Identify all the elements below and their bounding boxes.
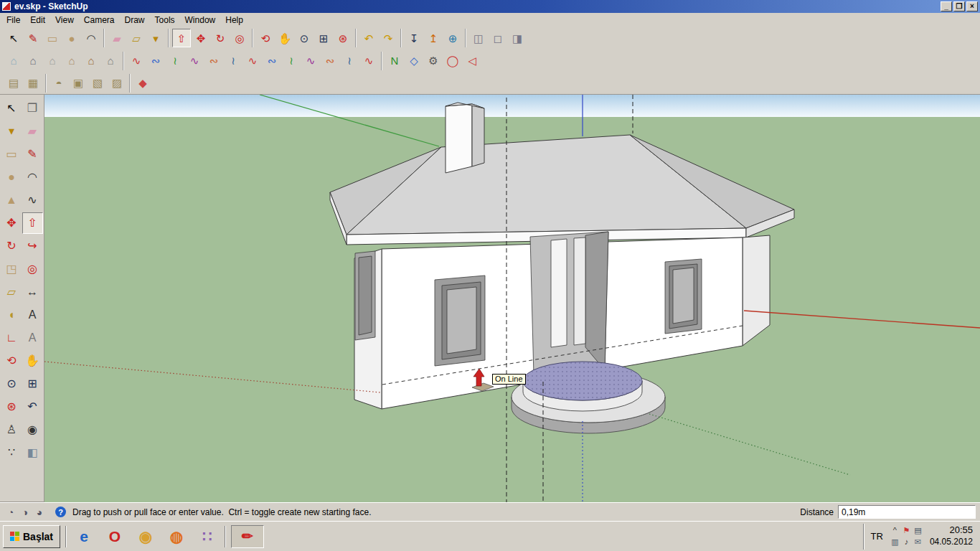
tray-clipboard-button[interactable]: ▤ (913, 525, 923, 536)
uniform-b-spline-button[interactable]: ∿ (243, 52, 262, 70)
offset-button[interactable]: ◎ (230, 29, 249, 47)
plugin-wrench-button[interactable]: ⚙ (424, 52, 443, 70)
palette-paint-bucket-button[interactable]: ▾ (1, 121, 22, 142)
smoove-button[interactable]: ◓ (50, 74, 68, 93)
palette-push-pull-button[interactable]: ⇧ (22, 212, 43, 234)
move-button[interactable]: ✥ (192, 29, 210, 47)
palette-scale-button[interactable]: ◳ (1, 258, 22, 280)
get-models-button[interactable]: ↧ (405, 29, 423, 47)
palette-pan-button[interactable]: ✋ (22, 350, 43, 372)
palette-zoom-extents-button[interactable]: ⊛ (1, 396, 22, 418)
ql-opera-button[interactable]: O (103, 524, 127, 549)
b-spline-button[interactable]: ∿ (185, 52, 204, 70)
previous-view-button[interactable]: ↶ (359, 29, 378, 47)
next-view-button[interactable]: ↷ (379, 29, 397, 47)
title-close-button[interactable]: × (966, 1, 978, 11)
pan-button[interactable]: ✋ (275, 29, 294, 47)
paint-bucket-button[interactable]: ▾ (146, 29, 165, 47)
palette-orbit-button[interactable]: ⟲ (1, 350, 22, 372)
zoom-extents-button[interactable]: ⊛ (334, 29, 352, 47)
ql-firefox-button[interactable]: ◍ (164, 524, 189, 549)
title-minimize-button[interactable]: _ (941, 1, 952, 11)
f-spline-button[interactable]: ≀ (224, 52, 242, 70)
palette-previous-button[interactable]: ↶ (22, 396, 43, 418)
zoom-button[interactable]: ⊙ (295, 29, 314, 47)
status-geo-location-button[interactable]: ◔ (4, 506, 17, 519)
x-ray-button[interactable]: ⌂ (4, 52, 23, 70)
menu-camera[interactable]: Camera (79, 14, 120, 27)
palette-make-component-button[interactable]: ❐ (22, 98, 43, 119)
tray-mail-button[interactable]: ✉ (913, 537, 923, 547)
cone-tool-button[interactable]: ◁ (463, 52, 481, 70)
rectangle-button[interactable]: ▭ (43, 29, 62, 47)
palette-rotate-button[interactable]: ↻ (1, 235, 22, 257)
curve-editor-button[interactable]: ∿ (301, 52, 320, 70)
palette-eraser-button[interactable]: ▰ (22, 121, 43, 142)
palette-text-button[interactable]: A (22, 304, 43, 326)
menu-file[interactable]: File (1, 14, 25, 27)
menu-help[interactable]: Help (220, 14, 248, 27)
palette-tape-measure-button[interactable]: ▱ (1, 281, 22, 303)
status-sign-in-button[interactable]: ◕ (33, 506, 46, 519)
from-contours-button[interactable]: ▤ (4, 74, 23, 93)
palette-arc-button[interactable]: ◠ (22, 166, 43, 188)
catmull-spline-button[interactable]: ∾ (204, 52, 223, 70)
palette-circle-button[interactable]: ● (1, 166, 22, 188)
palette-3d-text-button[interactable]: A (22, 327, 43, 349)
monochrome-button[interactable]: ⌂ (101, 52, 120, 70)
palette-line-button[interactable]: ✎ (22, 143, 43, 165)
add-detail-button[interactable]: ▨ (108, 74, 126, 93)
tape-measure-button[interactable]: ▱ (127, 29, 146, 47)
palette-polygon-button[interactable]: ▲ (1, 189, 22, 211)
tray-hide-icons-button[interactable]: ^ (890, 525, 900, 536)
help-icon[interactable]: ? (55, 507, 66, 517)
start-button[interactable]: Başlat (3, 525, 60, 548)
ellipse-tool-button[interactable]: ◯ (443, 52, 462, 70)
line-button[interactable]: ✎ (24, 29, 42, 47)
language-indicator[interactable]: TR (871, 531, 883, 542)
palette-freehand-button[interactable]: ∿ (22, 189, 43, 211)
rotate-button[interactable]: ↻ (211, 29, 230, 47)
smooth-curve-button[interactable]: ≀ (340, 52, 359, 70)
menu-view[interactable]: View (50, 14, 79, 27)
viewport[interactable]: On Line (44, 95, 980, 502)
from-scratch-button[interactable]: ▦ (24, 74, 42, 93)
polygon-tool-button[interactable]: ◇ (405, 52, 423, 70)
sketchup-taskbar-button[interactable]: ✏ (231, 525, 264, 548)
ql-chrome-button[interactable]: ◉ (133, 524, 158, 549)
cubic-bezier-button[interactable]: ≀ (166, 52, 184, 70)
section-plane-button[interactable]: ◫ (469, 29, 488, 47)
viewport-canvas[interactable] (44, 95, 980, 502)
palette-zoom-window-button[interactable]: ⊞ (22, 373, 43, 395)
share-model-button[interactable]: ↥ (424, 29, 443, 47)
title-restore-button[interactable]: ❐ (953, 1, 965, 11)
shaded-with-textures-button[interactable]: ⌂ (82, 52, 100, 70)
circle-button[interactable]: ● (62, 29, 81, 47)
stamp-button[interactable]: ▣ (69, 74, 88, 93)
palette-rectangle-button[interactable]: ▭ (1, 143, 22, 165)
arc-button[interactable]: ◠ (82, 29, 100, 47)
tray-display-button[interactable]: ▥ (890, 537, 900, 547)
palette-axes-button[interactable]: ∟ (1, 327, 22, 349)
menu-tools[interactable]: Tools (150, 14, 180, 27)
palette-dimension-button[interactable]: ↔ (22, 281, 43, 303)
palette-select-button[interactable]: ↖ (1, 98, 22, 119)
interpolated-curve-button[interactable]: ∾ (263, 52, 281, 70)
push-pull-button[interactable]: ⇧ (172, 29, 191, 47)
polyline-divider-button[interactable]: ∿ (359, 52, 378, 70)
ql-people-button[interactable]: ∷ (195, 524, 220, 549)
palette-walk-button[interactable]: ∵ (1, 442, 22, 463)
wireframe-button[interactable]: ⌂ (24, 52, 42, 70)
polyline-bezier-button[interactable]: ∾ (146, 52, 165, 70)
clock[interactable]: 20:55 04.05.2012 (930, 524, 973, 547)
green-spline-button[interactable]: N (385, 52, 404, 70)
display-section-cuts-button[interactable]: ◨ (508, 29, 527, 47)
palette-zoom-button[interactable]: ⊙ (1, 373, 22, 395)
display-section-planes-button[interactable]: ◻ (489, 29, 507, 47)
palette-section-plane-button[interactable]: ◧ (22, 442, 43, 463)
palette-move-button[interactable]: ✥ (1, 212, 22, 234)
menu-window[interactable]: Window (180, 14, 221, 27)
distance-input[interactable] (838, 505, 976, 519)
flip-edge-button[interactable]: ◆ (133, 74, 152, 93)
palette-protractor-button[interactable]: ◖ (1, 304, 22, 326)
